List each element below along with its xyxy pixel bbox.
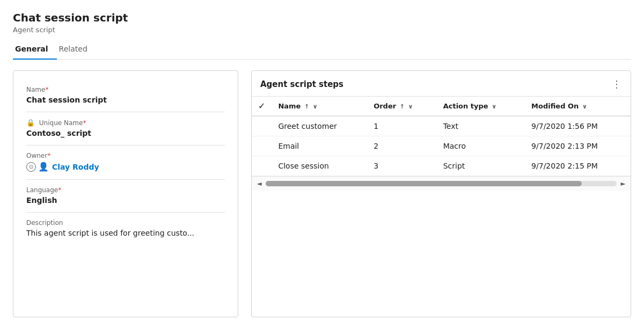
sort-order-asc-icon: ↑ xyxy=(400,103,405,110)
description-field: Description This agent script is used fo… xyxy=(26,213,225,245)
row-name[interactable]: Greet customer xyxy=(272,116,367,136)
description-value: This agent script is used for greeting c… xyxy=(26,229,225,237)
row-name[interactable]: Email xyxy=(272,136,367,156)
unique-name-label: 🔒 Unique Name* xyxy=(26,119,225,127)
sort-modified-icon: ∨ xyxy=(582,103,587,110)
table-title: Agent script steps xyxy=(260,79,343,89)
language-value: English xyxy=(26,196,225,205)
name-value: Chat session script xyxy=(26,96,225,104)
table-row: Close session3Script9/7/2020 2:15 PM xyxy=(252,156,631,176)
row-checkbox[interactable] xyxy=(252,156,272,176)
name-field: Name* Chat session script xyxy=(26,79,225,112)
row-order: 1 xyxy=(367,116,437,136)
row-modified-on: 9/7/2020 1:56 PM xyxy=(525,116,631,136)
owner-label: Owner* xyxy=(26,152,225,159)
page-title: Chat session script xyxy=(13,11,631,25)
table-panel: Agent script steps ⋮ ✓ Name ↑ ∨ Order ↑ xyxy=(251,70,631,317)
col-action-type-header[interactable]: Action type ∨ xyxy=(437,97,525,116)
row-action-type: Macro xyxy=(437,136,525,156)
agent-script-steps-table: ✓ Name ↑ ∨ Order ↑ ∨ Action type ∨ xyxy=(252,97,631,176)
col-name-header[interactable]: Name ↑ ∨ xyxy=(272,97,367,116)
owner-name[interactable]: Clay Roddy xyxy=(52,163,99,171)
tabs: General Related xyxy=(13,40,631,60)
person-icon: 👤 xyxy=(38,162,49,172)
row-modified-on: 9/7/2020 2:13 PM xyxy=(525,136,631,156)
tab-related[interactable]: Related xyxy=(57,40,96,60)
page-subtitle: Agent script xyxy=(13,26,631,34)
table-row: Greet customer1Text9/7/2020 1:56 PM xyxy=(252,116,631,136)
tab-general[interactable]: General xyxy=(13,40,57,60)
row-name[interactable]: Close session xyxy=(272,156,367,176)
sort-toggle-icon: ∨ xyxy=(313,103,318,110)
row-checkbox[interactable] xyxy=(252,116,272,136)
sort-order-toggle-icon: ∨ xyxy=(408,103,413,110)
row-checkbox[interactable] xyxy=(252,136,272,156)
table-header: Agent script steps ⋮ xyxy=(252,71,631,97)
more-menu-icon[interactable]: ⋮ xyxy=(612,78,622,90)
language-label: Language* xyxy=(26,186,225,194)
row-action-type: Script xyxy=(437,156,525,176)
col-modified-on-header[interactable]: Modified On ∨ xyxy=(525,97,631,116)
row-modified-on: 9/7/2020 2:15 PM xyxy=(525,156,631,176)
lock-icon: 🔒 xyxy=(26,119,35,127)
col-order-header[interactable]: Order ↑ ∨ xyxy=(367,97,437,116)
unique-name-value: Contoso_ script xyxy=(26,129,225,137)
form-panel: Name* Chat session script 🔒 Unique Name*… xyxy=(13,70,238,317)
content-area: Name* Chat session script 🔒 Unique Name*… xyxy=(13,70,631,317)
owner-circle-icon: ⊙ xyxy=(26,162,36,172)
col-check: ✓ xyxy=(252,97,272,116)
scroll-thumb xyxy=(266,181,582,186)
check-icon: ✓ xyxy=(258,101,265,111)
scroll-track[interactable] xyxy=(266,181,617,186)
unique-name-field: 🔒 Unique Name* Contoso_ script xyxy=(26,112,225,145)
row-action-type: Text xyxy=(437,116,525,136)
scroll-left-button[interactable]: ◄ xyxy=(254,179,265,188)
language-field: Language* English xyxy=(26,180,225,213)
table-header-row: ✓ Name ↑ ∨ Order ↑ ∨ Action type ∨ xyxy=(252,97,631,116)
row-order: 3 xyxy=(367,156,437,176)
scroll-right-button[interactable]: ► xyxy=(618,179,628,188)
page-header: Chat session script Agent script xyxy=(13,11,631,34)
table-row: Email2Macro9/7/2020 2:13 PM xyxy=(252,136,631,156)
row-order: 2 xyxy=(367,136,437,156)
sort-action-icon: ∨ xyxy=(492,103,496,110)
name-label: Name* xyxy=(26,86,225,93)
owner-field: Owner* ⊙ 👤 Clay Roddy xyxy=(26,145,225,180)
scrollbar-row: ◄ ► xyxy=(252,176,631,191)
description-label: Description xyxy=(26,219,225,227)
sort-asc-icon: ↑ xyxy=(304,103,309,110)
